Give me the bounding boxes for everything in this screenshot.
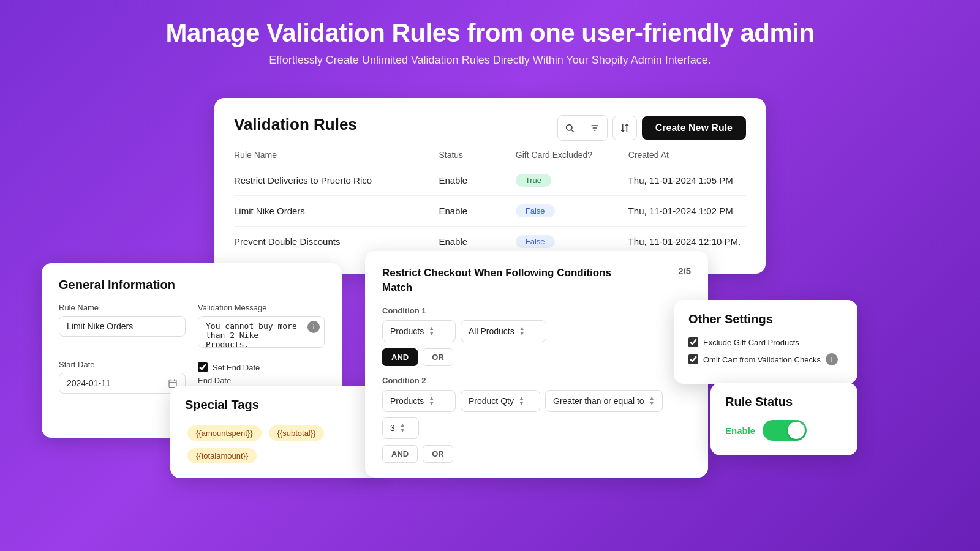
condition1-type-chevrons: ▲▼	[429, 326, 434, 337]
condition2-field-select[interactable]: Product Qty ▲▼	[461, 390, 540, 412]
validation-rules-card: Validation Rules Create New Rule Rule Na…	[214, 98, 766, 274]
general-info-title: General Information	[59, 278, 325, 292]
condition1-or-button[interactable]: OR	[423, 348, 453, 366]
exclude-gift-card-item: Exclude Gift Card Products	[688, 337, 843, 347]
rule-status-toggle[interactable]	[763, 420, 807, 441]
special-tags-title: Special Tags	[185, 398, 364, 412]
create-new-rule-button[interactable]: Create New Rule	[642, 116, 746, 140]
rules-table: Rule Name Status Gift Card Excluded? Cre…	[234, 145, 746, 257]
condition2-logic-row: AND OR	[382, 445, 691, 463]
condition2-operator-chevrons: ▲▼	[649, 395, 655, 407]
condition2-value-chevrons: ▲▼	[400, 422, 405, 433]
omit-cart-checkbox[interactable]	[688, 354, 698, 364]
condition2-type-chevrons: ▲▼	[429, 395, 434, 407]
rule-status-toggle-row: Enable	[725, 420, 843, 441]
conditions-card: Restrict Checkout When Following Conditi…	[365, 251, 708, 478]
row-rule-name: Restrict Deliveries to Pruerto Rico	[234, 165, 439, 196]
col-gift-card: Gift Card Excluded?	[516, 145, 628, 165]
svg-line-1	[571, 130, 574, 132]
set-end-date-label: Set End Date	[213, 363, 260, 372]
start-date-label: Start Date	[59, 360, 186, 369]
row-gift-card: True	[516, 165, 628, 196]
condition2-field-chevrons: ▲▼	[519, 395, 524, 407]
set-end-date-row: Set End Date	[198, 362, 325, 372]
col-status: Status	[439, 145, 515, 165]
omit-cart-label: Omit Cart from Validation Checks	[703, 355, 821, 364]
condition1-and-button[interactable]: AND	[382, 348, 418, 366]
condition1-scope-value: All Products	[469, 326, 514, 336]
rule-status-card: Rule Status Enable	[710, 383, 858, 455]
rule-name-group: Rule Name	[59, 303, 186, 350]
condition1-label: Condition 1	[382, 306, 691, 315]
table-row[interactable]: Limit Nike Orders Enable False Thu, 11-0…	[234, 196, 746, 227]
condition2-field-value: Product Qty	[469, 396, 514, 406]
set-end-date-checkbox[interactable]	[198, 362, 208, 372]
condition1-type-value: Products	[390, 326, 424, 336]
other-settings-card: Other Settings Exclude Gift Card Product…	[674, 300, 858, 384]
end-date-label: End Date	[198, 376, 325, 385]
conditions-header: Restrict Checkout When Following Conditi…	[382, 266, 691, 295]
condition2-operator-select[interactable]: Greater than or equal to ▲▼	[545, 390, 663, 412]
validation-message-wrap: You cannot buy more than 2 Nike Products…	[198, 316, 325, 350]
omit-cart-info-icon: i	[826, 353, 838, 365]
condition2-or-button[interactable]: OR	[423, 445, 453, 463]
condition2-operator-value: Greater than or equal to	[553, 396, 644, 406]
validation-message-textarea[interactable]: You cannot buy more than 2 Nike Products…	[198, 316, 325, 348]
row-created-at: Thu, 11-01-2024 1:05 PM	[628, 165, 746, 196]
condition2-label: Condition 2	[382, 376, 691, 385]
special-tag: {{totalamount}}	[187, 448, 257, 463]
special-tag: {{amountspent}}	[187, 425, 262, 441]
sort-button[interactable]	[612, 116, 637, 140]
tags-row: {{amountspent}}{{subtotal}}{{totalamount…	[185, 423, 364, 466]
rule-name-label: Rule Name	[59, 303, 186, 312]
other-settings-title: Other Settings	[688, 312, 843, 326]
svg-point-0	[567, 125, 572, 130]
special-tag: {{subtotal}}	[269, 425, 325, 441]
table-row[interactable]: Restrict Deliveries to Pruerto Rico Enab…	[234, 165, 746, 196]
exclude-gift-checkbox[interactable]	[688, 337, 698, 347]
rule-status-title: Rule Status	[725, 395, 843, 409]
rule-name-input[interactable]	[59, 316, 186, 337]
row-status: Enable	[439, 165, 515, 196]
conditions-title: Restrict Checkout When Following Conditi…	[382, 266, 615, 295]
row-gift-card: False	[516, 196, 628, 227]
start-date-group: Start Date 2024-01-11	[59, 360, 186, 410]
exclude-gift-label: Exclude Gift Card Products	[703, 338, 799, 347]
start-date-value: 2024-01-11	[67, 378, 168, 388]
hero-title: Manage Validation Rules from one user-fr…	[0, 18, 980, 48]
validation-message-label: Validation Message	[198, 303, 325, 312]
validation-message-info-icon: i	[307, 321, 320, 333]
filter-button[interactable]	[582, 116, 607, 140]
col-created-at: Created At	[628, 145, 746, 165]
toggle-knob	[788, 422, 805, 439]
condition1-scope-select[interactable]: All Products ▲▼	[461, 320, 546, 342]
special-tags-card: Special Tags {{amountspent}}{{subtotal}}…	[170, 386, 379, 478]
condition1-scope-chevrons: ▲▼	[519, 326, 525, 337]
condition2-and-button[interactable]: AND	[382, 445, 418, 463]
hero-subtitle: Effortlessly Create Unlimited Validation…	[0, 54, 980, 67]
condition2-type-value: Products	[390, 396, 424, 406]
row-status: Enable	[439, 196, 515, 227]
col-rule-name: Rule Name	[234, 145, 439, 165]
conditions-count: 2/5	[678, 266, 691, 276]
general-form-row-1: Rule Name Validation Message You cannot …	[59, 303, 325, 350]
condition1-type-select[interactable]: Products ▲▼	[382, 320, 456, 342]
rule-status-label: Enable	[725, 425, 755, 436]
condition2-type-select[interactable]: Products ▲▼	[382, 390, 456, 412]
row-rule-name: Limit Nike Orders	[234, 196, 439, 227]
condition2-value-value: 3	[390, 423, 395, 433]
omit-cart-item: Omit Cart from Validation Checks i	[688, 353, 843, 365]
condition1-row: Products ▲▼ All Products ▲▼	[382, 320, 691, 342]
toggle-background	[763, 420, 807, 441]
condition1-logic-row: AND OR	[382, 348, 691, 366]
search-button[interactable]	[558, 116, 582, 140]
rules-toolbar: Create New Rule	[557, 115, 746, 141]
start-date-input[interactable]: 2024-01-11	[59, 373, 186, 394]
condition2-row: Products ▲▼ Product Qty ▲▼ Greater than …	[382, 390, 691, 439]
search-filter-group	[557, 115, 608, 141]
condition2-value-select[interactable]: 3 ▲▼	[382, 417, 419, 439]
hero-section: Manage Validation Rules from one user-fr…	[0, 0, 980, 67]
row-created-at: Thu, 11-01-2024 1:02 PM	[628, 196, 746, 227]
validation-message-group: Validation Message You cannot buy more t…	[198, 303, 325, 350]
